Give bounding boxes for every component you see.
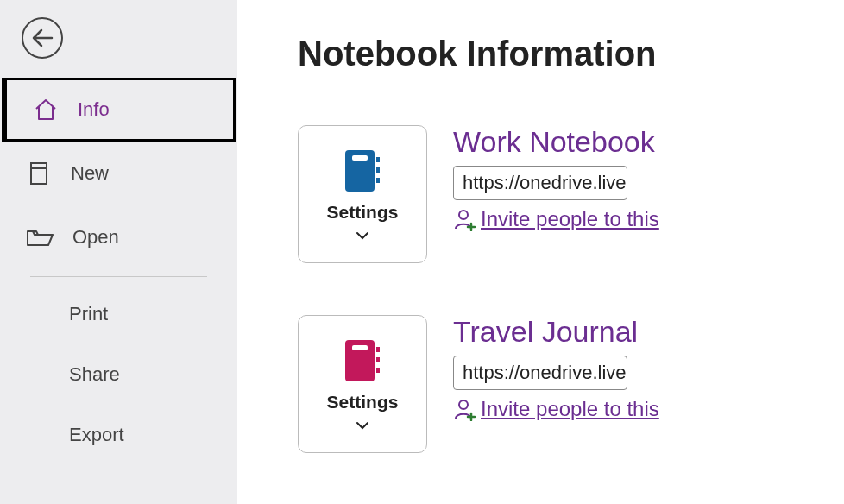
svg-rect-11 [376,357,380,362]
svg-rect-3 [352,155,368,161]
nav-item-new[interactable]: New [0,142,237,205]
nav-subitem-share[interactable]: Share [0,344,237,405]
nav-sublabel: Print [69,303,108,325]
content-pane: Notebook Information Settings Work Noteb… [237,0,844,504]
nav-sublabel: Share [69,363,120,386]
invite-link[interactable]: Invite people to this [453,397,844,421]
notebook-icon [342,338,383,383]
nav-item-open[interactable]: Open [0,205,237,269]
settings-label: Settings [327,392,399,413]
nav-sublabel: Export [69,424,124,446]
svg-rect-4 [376,157,380,162]
notebook-row: Settings Work Notebook https://onedrive.… [298,125,844,263]
settings-button[interactable]: Settings [298,315,427,453]
notebook-info: Work Notebook https://onedrive.liver Inv… [453,125,844,231]
nav-label: Open [72,226,119,249]
settings-label: Settings [327,202,399,223]
svg-point-13 [459,400,468,409]
folder-open-icon [26,226,54,249]
nav-subitem-print[interactable]: Print [0,284,237,344]
nav-subitem-export[interactable]: Export [0,405,237,465]
chevron-down-icon [356,421,369,430]
notebook-title: Travel Journal [453,315,844,349]
back-button[interactable] [22,17,63,59]
page-title: Notebook Information [298,35,844,73]
invite-link[interactable]: Invite people to this [453,207,844,231]
nav-label: New [71,162,109,185]
invite-link-text: Invite people to this [481,397,659,421]
page-icon [26,161,52,186]
backstage-sidebar: Info New Open Print Share Export [0,0,237,504]
back-arrow-icon [31,28,54,47]
nav-item-info[interactable]: Info [2,78,236,142]
svg-rect-0 [31,163,47,184]
svg-rect-6 [376,178,380,183]
svg-rect-5 [376,167,380,173]
home-icon [33,97,59,123]
notebook-row: Settings Travel Journal https://onedrive… [298,315,844,453]
invite-link-text: Invite people to this [481,207,659,231]
svg-rect-12 [376,368,380,373]
main-area: Notebook Information Settings Work Noteb… [237,0,844,504]
nav-label: Info [78,98,110,121]
settings-button[interactable]: Settings [298,125,427,263]
notebook-info: Travel Journal https://onedrive.liver In… [453,315,844,421]
svg-rect-10 [376,347,380,352]
notebook-title: Work Notebook [453,125,844,159]
svg-rect-9 [352,345,368,350]
sidebar-divider [30,276,207,277]
invite-person-icon [453,207,477,231]
notebook-url-field[interactable]: https://onedrive.liver [453,356,627,390]
chevron-down-icon [356,231,369,240]
invite-person-icon [453,397,477,421]
notebook-icon [342,148,383,193]
notebook-url-field[interactable]: https://onedrive.liver [453,166,627,200]
svg-point-7 [459,211,468,219]
